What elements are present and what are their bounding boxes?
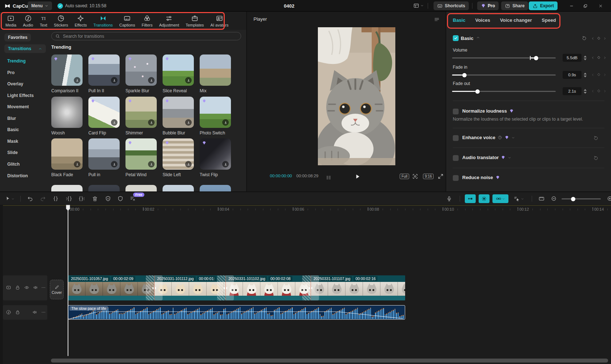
maximize-button[interactable] — [580, 1, 591, 10]
stepper-down-icon[interactable] — [584, 92, 587, 94]
playhead-line[interactable] — [68, 210, 68, 356]
transition-marker[interactable] — [302, 275, 319, 300]
dropdown-caret[interactable] — [511, 136, 515, 139]
toggle-checkbox-reduce-noise[interactable] — [453, 175, 459, 181]
stepper-up-icon[interactable] — [584, 56, 587, 57]
video-clip[interactable]: 20250331-101057.jpg00:00:02:09 — [68, 275, 154, 300]
transition-thumb[interactable] — [200, 185, 231, 191]
transition-thumb[interactable] — [51, 138, 83, 170]
horizontal-scrollbar[interactable] — [51, 359, 608, 363]
tool-preview-axis[interactable] — [537, 192, 546, 205]
reset-button[interactable] — [593, 135, 599, 141]
transition-thumb[interactable] — [125, 97, 157, 128]
tool-split-left[interactable] — [64, 192, 73, 205]
slider-volume[interactable] — [452, 57, 556, 58]
track-more-button[interactable] — [41, 310, 46, 315]
slider-handle[interactable] — [462, 73, 467, 77]
tool-split[interactable] — [51, 192, 60, 205]
audio-clip[interactable]: The slow pace of life — [68, 305, 405, 320]
track-speaker-button[interactable] — [32, 310, 37, 315]
ribbon-item-adjustment[interactable]: Adjustment — [156, 14, 182, 28]
tab-basic[interactable]: Basic — [453, 17, 466, 23]
value-box-fade-in[interactable]: 0.9s — [563, 71, 582, 79]
tool-delete[interactable] — [90, 192, 100, 205]
cover-button[interactable]: Cover — [50, 280, 64, 299]
pro-badge[interactable]: Pro — [477, 1, 499, 10]
track-speaker-button[interactable] — [33, 285, 38, 290]
value-stepper[interactable] — [583, 54, 587, 62]
ribbon-item-captions[interactable]: Captions — [116, 14, 138, 28]
stepper-down-icon[interactable] — [584, 58, 587, 60]
ribbon-item-effects[interactable]: Effects — [71, 14, 90, 28]
sidebar-item-distortion[interactable]: Distortion — [0, 171, 48, 180]
transition-thumb[interactable] — [51, 97, 83, 128]
ribbon-item-media[interactable]: Media — [2, 14, 20, 28]
sidebar-item-glitch[interactable]: Glitch — [0, 160, 48, 169]
transition-marker[interactable] — [217, 275, 234, 300]
reset-button[interactable] — [593, 155, 599, 161]
track-eye-button[interactable] — [24, 285, 29, 290]
tool-redo[interactable] — [38, 192, 48, 205]
sidebar-group-transitions[interactable]: Transitions — [4, 44, 46, 53]
search-box[interactable] — [51, 32, 241, 40]
reset-button[interactable] — [582, 35, 587, 41]
aspect-ratio-button[interactable]: 9:16 — [423, 174, 434, 179]
sidebar-item-trending[interactable]: Trending — [0, 57, 48, 65]
preview-zoom-button[interactable] — [412, 173, 418, 179]
sidebar-item-pro[interactable]: Pro — [0, 68, 48, 77]
timeline-zoom-slider[interactable] — [562, 198, 601, 199]
sidebar-favorites[interactable]: Favorites — [4, 33, 31, 41]
layout-switch-button[interactable] — [413, 3, 424, 9]
play-button[interactable] — [354, 173, 361, 180]
player-menu-button[interactable] — [434, 16, 440, 22]
transition-thumb[interactable] — [163, 54, 194, 86]
zoom-slider-handle[interactable] — [571, 197, 575, 201]
value-stepper[interactable] — [583, 71, 587, 79]
transition-thumb[interactable] — [88, 138, 120, 170]
tool-zoom-out[interactable] — [549, 192, 559, 205]
tool-snap[interactable] — [465, 194, 476, 203]
tool-undo[interactable] — [25, 192, 35, 205]
tool-shield-ai[interactable]: AI — [103, 192, 113, 205]
keyframe-controls[interactable] — [591, 55, 607, 60]
stepper-down-icon[interactable] — [584, 76, 587, 77]
transition-thumb[interactable] — [88, 97, 120, 128]
transition-marker[interactable] — [146, 275, 163, 300]
tab-voice-changer[interactable]: Voice changer — [500, 17, 532, 23]
transition-thumb[interactable] — [163, 185, 194, 191]
stepper-up-icon[interactable] — [584, 89, 587, 91]
transition-thumb[interactable] — [163, 138, 194, 170]
share-button[interactable]: Share — [501, 1, 528, 10]
value-box-volume[interactable]: 5.5dB — [563, 54, 582, 62]
value-stepper[interactable] — [583, 87, 587, 95]
help-icon-wrap[interactable] — [498, 135, 502, 140]
track-more-button[interactable] — [41, 285, 46, 290]
toggle-checkbox-enhance-voice[interactable] — [453, 135, 459, 141]
tool-magnetic[interactable] — [479, 194, 490, 203]
transition-thumb[interactable] — [51, 54, 83, 86]
keyframe-controls[interactable] — [591, 36, 607, 41]
transition-thumb[interactable] — [125, 138, 157, 170]
track-lock-button[interactable] — [15, 310, 20, 315]
ribbon-item-text[interactable]: TIText — [36, 14, 51, 28]
track-lock-button[interactable] — [15, 285, 20, 290]
video-clip[interactable]: 20250331-101112.jpg00:00:01: — [154, 275, 225, 300]
keyframe-controls[interactable] — [591, 89, 607, 93]
transition-thumb[interactable] — [200, 138, 231, 170]
timeline-ruler[interactable]: 00:0000:0200:0400:0600:0800:1000:1200:14 — [0, 205, 611, 214]
sidebar-item-blur[interactable]: Blur — [0, 114, 48, 123]
sidebar-item-mask[interactable]: Mask — [0, 137, 48, 146]
video-clip[interactable]: 20250331-101107.jpg00:00:02:16 — [311, 275, 405, 300]
tool-zoom-in[interactable] — [605, 192, 611, 205]
full-preview-button[interactable]: Full — [400, 174, 409, 179]
transition-thumb[interactable] — [88, 54, 120, 86]
collapse-section-button[interactable] — [476, 36, 480, 40]
basic-section-checkbox[interactable] — [453, 35, 459, 41]
minimize-button[interactable] — [566, 1, 577, 10]
menu-button[interactable]: Menu — [28, 1, 52, 10]
keyframe-controls[interactable] — [591, 72, 607, 77]
toggle-checkbox-normalize-loudness[interactable] — [453, 109, 459, 114]
ribbon-item-transitions[interactable]: Transitions — [90, 14, 116, 28]
sidebar-item-slide[interactable]: Slide — [0, 148, 48, 157]
toggle-checkbox-audio-translator[interactable] — [453, 155, 459, 161]
